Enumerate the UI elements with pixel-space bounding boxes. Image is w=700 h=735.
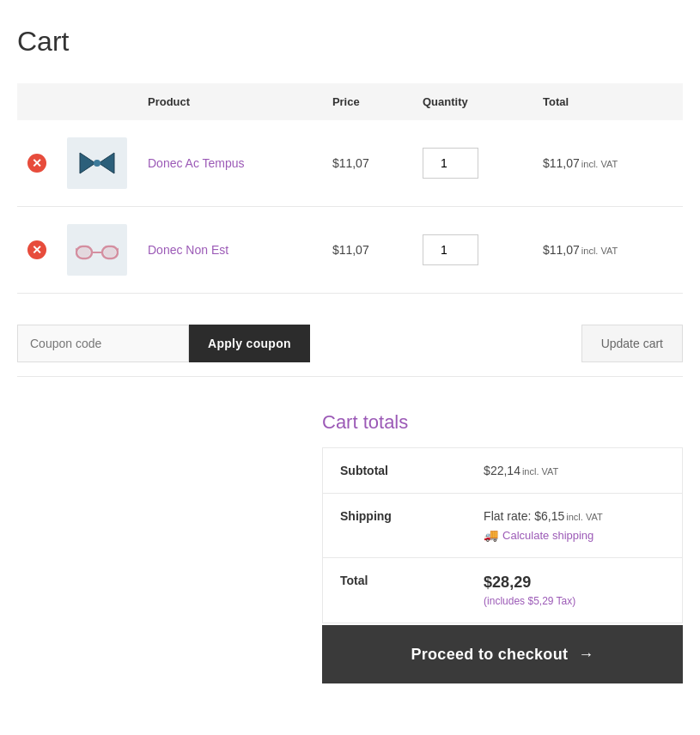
cart-table: Product Price Quantity Total ✕ Donec Ac … [17,83,683,294]
cart-totals-container: Cart totals Subtotal $22,14incl. VAT Shi… [322,411,683,623]
remove-icon: ✕ [27,240,46,259]
svg-line-7 [118,247,119,250]
quantity-input[interactable] [423,148,478,179]
coupon-left: Apply coupon [17,325,310,362]
truck-icon: 🚚 [484,528,498,542]
svg-line-6 [76,247,76,250]
product-image [67,137,127,189]
svg-point-2 [94,160,100,167]
glasses-image [76,240,119,260]
svg-marker-0 [80,153,95,173]
col-header-quantity: Quantity [412,83,533,120]
arrow-icon: → [578,646,593,664]
totals-table: Subtotal $22,14incl. VAT Shipping Flat r… [322,447,683,623]
table-row: ✕ Donec Non Est$11,07$11,07incl. VAT [17,207,683,294]
col-header-total: Total [533,83,683,120]
proceed-to-checkout-button[interactable]: Proceed to checkout → [322,625,683,683]
col-header-price: Price [322,83,412,120]
product-name-link[interactable]: Donec Non Est [148,243,228,257]
shipping-value: Flat rate: $6,15incl. VAT 🚚 Calculate sh… [466,494,682,558]
checkout-wrapper: Proceed to checkout → [322,625,683,683]
svg-rect-9 [104,248,116,257]
total-row: Total $28,29 (includes $5,29 Tax) [323,558,683,623]
total-label: Total [323,558,467,623]
coupon-row: Apply coupon Update cart [17,311,683,377]
remove-button-1[interactable]: ✕ [27,240,46,259]
subtotal-label: Subtotal [323,448,467,494]
product-total: $11,07incl. VAT [533,120,683,207]
bowtie-image [78,151,116,175]
svg-marker-1 [99,153,114,173]
calculate-shipping-link[interactable]: 🚚 Calculate shipping [484,528,665,542]
remove-icon: ✕ [27,154,46,173]
update-cart-button[interactable]: Update cart [581,325,683,362]
checkout-label: Proceed to checkout [411,646,568,664]
cart-totals-title: Cart totals [322,411,683,434]
product-total: $11,07incl. VAT [533,207,683,294]
apply-coupon-button[interactable]: Apply coupon [189,325,310,362]
table-row: ✕ Donec Ac Tempus$11,07$11,07incl. VAT [17,120,683,207]
product-price: $11,07 [322,207,412,294]
col-header-image [57,83,137,120]
coupon-input[interactable] [17,325,189,362]
svg-rect-8 [78,248,90,257]
shipping-label: Shipping [323,494,467,558]
subtotal-value: $22,14incl. VAT [466,448,682,494]
product-price: $11,07 [322,120,412,207]
product-name-link[interactable]: Donec Ac Tempus [148,156,245,170]
shipping-row: Shipping Flat rate: $6,15incl. VAT 🚚 Cal… [323,494,683,558]
col-header-product: Product [137,83,322,120]
remove-button-0[interactable]: ✕ [27,154,46,173]
product-image [67,224,127,276]
col-header-remove [17,83,57,120]
quantity-input[interactable] [423,234,478,265]
total-value: $28,29 (includes $5,29 Tax) [466,558,682,623]
subtotal-row: Subtotal $22,14incl. VAT [323,448,683,494]
page-title: Cart [17,26,683,58]
